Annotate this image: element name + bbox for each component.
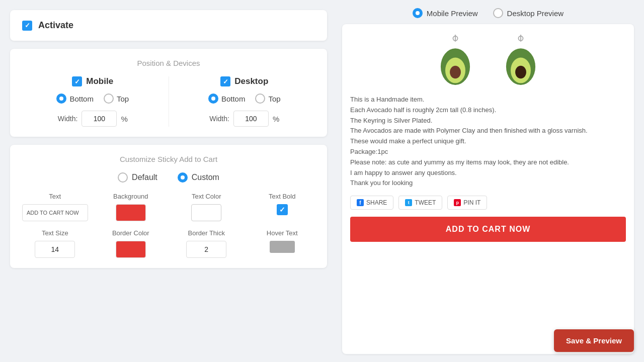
- preview-toggle: Mobile Preview Desktop Preview: [342, 8, 634, 18]
- customize-card: Customize Sticky Add to Cart Default Cus…: [10, 145, 327, 268]
- desktop-top-radio[interactable]: Top: [255, 94, 280, 104]
- border-color-label: Border Color: [112, 229, 149, 237]
- mobile-column: Mobile Bottom Top Width: %: [22, 76, 164, 127]
- right-panel: Mobile Preview Desktop Preview: [337, 0, 644, 362]
- activate-card: Activate: [10, 10, 327, 41]
- style-row: Default Custom: [22, 172, 315, 183]
- border-color-control: Border Color: [98, 229, 164, 258]
- desktop-bottom-radio[interactable]: Bottom: [208, 94, 246, 104]
- text-size-input[interactable]: [35, 241, 75, 258]
- hover-text-label: Hover Text: [267, 229, 298, 237]
- pin-label: PIN IT: [463, 199, 480, 206]
- desktop-checkbox[interactable]: [220, 76, 230, 86]
- desktop-width-row: Width: %: [209, 111, 279, 127]
- desktop-preview-option[interactable]: Desktop Preview: [493, 8, 564, 18]
- mobile-percent: %: [121, 115, 127, 123]
- controls-grid: Text ADD TO CART NOW Background Text Col…: [22, 193, 315, 258]
- text-bold-label: Text Bold: [269, 193, 295, 200]
- svg-point-9: [515, 66, 526, 78]
- desktop-bottom-circle: [208, 94, 218, 104]
- product-image-2: [493, 32, 548, 87]
- text-size-control: Text Size: [22, 229, 88, 258]
- customize-title: Customize Sticky Add to Cart: [22, 155, 315, 163]
- border-thick-control: Border Thick: [174, 229, 239, 258]
- tweet-label: TWEET: [415, 199, 436, 206]
- text-size-label: Text Size: [42, 229, 68, 237]
- desktop-percent: %: [273, 115, 279, 123]
- product-images: [350, 32, 626, 87]
- social-buttons: f SHARE t TWEET p PIN IT: [350, 196, 626, 210]
- mobile-width-label: Width:: [58, 115, 78, 123]
- background-color-picker[interactable]: [116, 204, 146, 221]
- desktop-column: Desktop Bottom Top Width: %: [174, 76, 315, 127]
- hover-text-control: Hover Text: [250, 229, 315, 258]
- left-panel: Activate Position & Devices Mobile Botto…: [0, 0, 337, 362]
- text-control: Text ADD TO CART NOW: [22, 193, 88, 221]
- mobile-checkbox[interactable]: [72, 76, 82, 86]
- custom-radio: [178, 172, 188, 183]
- custom-option[interactable]: Custom: [178, 172, 219, 183]
- mobile-bottom-circle: [56, 94, 66, 104]
- default-radio: [118, 172, 128, 183]
- desktop-preview-radio: [493, 8, 503, 18]
- desktop-width-input[interactable]: [233, 111, 269, 127]
- desktop-top-circle: [255, 94, 265, 104]
- add-to-cart-button[interactable]: ADD TO CART NOW: [350, 217, 626, 242]
- pinterest-icon: p: [454, 199, 461, 206]
- desktop-bottom-label: Bottom: [221, 95, 246, 103]
- default-label: Default: [132, 173, 157, 182]
- facebook-icon: f: [357, 199, 364, 206]
- default-option[interactable]: Default: [118, 172, 157, 183]
- border-thick-label: Border Thick: [188, 229, 225, 237]
- text-bold-checkbox[interactable]: [277, 204, 288, 215]
- desktop-preview-label: Desktop Preview: [507, 9, 564, 18]
- share-button[interactable]: f SHARE: [350, 196, 393, 210]
- border-thick-input[interactable]: [186, 241, 226, 258]
- mobile-bottom-label: Bottom: [69, 95, 94, 103]
- desktop-position-group: Bottom Top: [208, 94, 281, 104]
- text-input[interactable]: ADD TO CART NOW: [22, 204, 88, 221]
- pin-button[interactable]: p PIN IT: [447, 196, 487, 210]
- mobile-width-row: Width: %: [58, 111, 128, 127]
- share-label: SHARE: [366, 199, 387, 206]
- product-preview: This is a Handmade item. Each Avocado ha…: [342, 24, 634, 354]
- activate-checkbox[interactable]: [22, 21, 32, 31]
- mobile-bottom-radio[interactable]: Bottom: [56, 94, 94, 104]
- desktop-width-label: Width:: [209, 115, 229, 123]
- text-color-control: Text Color: [174, 193, 239, 221]
- mobile-label: Mobile: [86, 76, 113, 86]
- background-label: Background: [113, 193, 148, 200]
- mobile-position-group: Bottom Top: [56, 94, 129, 104]
- product-image-1: [428, 32, 483, 87]
- save-preview-button[interactable]: Save & Preview: [554, 329, 634, 352]
- mobile-width-input[interactable]: [82, 111, 117, 127]
- position-title: Position & Devices: [22, 59, 315, 67]
- mobile-top-label: Top: [117, 95, 129, 103]
- text-color-label: Text Color: [192, 193, 221, 200]
- mobile-top-circle: [104, 94, 114, 104]
- position-card: Position & Devices Mobile Bottom Top: [10, 49, 327, 137]
- text-bold-control: Text Bold: [250, 193, 315, 221]
- mobile-top-radio[interactable]: Top: [104, 94, 129, 104]
- twitter-icon: t: [405, 199, 412, 206]
- svg-point-4: [450, 66, 461, 78]
- hover-text-preview[interactable]: [270, 241, 295, 253]
- activate-label: Activate: [38, 20, 73, 31]
- mobile-preview-option[interactable]: Mobile Preview: [413, 8, 478, 18]
- text-color-picker[interactable]: [191, 204, 221, 221]
- mobile-preview-label: Mobile Preview: [427, 9, 478, 18]
- custom-label: Custom: [192, 173, 219, 182]
- text-control-label: Text: [49, 193, 61, 200]
- tweet-button[interactable]: t TWEET: [398, 196, 442, 210]
- mobile-preview-radio: [413, 8, 423, 18]
- background-control: Background: [98, 193, 164, 221]
- desktop-top-label: Top: [268, 95, 280, 103]
- product-description: This is a Handmade item. Each Avocado ha…: [350, 95, 626, 189]
- border-color-picker[interactable]: [116, 241, 146, 258]
- desktop-label: Desktop: [234, 76, 268, 86]
